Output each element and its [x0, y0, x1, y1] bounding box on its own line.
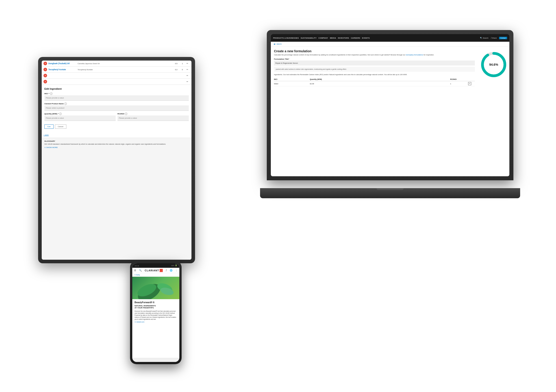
rci-col: RCI/NOI i: [117, 113, 189, 123]
phone: ▲▲▲ WiFi 🔋 ☰ 🔍 CLARIANT: [130, 261, 182, 364]
phone-status-icons-right: WiFi 🔋: [171, 265, 177, 267]
rci-label: RCI/NOI i: [117, 113, 189, 115]
hamburger-icon[interactable]: ☰: [134, 269, 136, 272]
laptop-nav-sustainability[interactable]: SUSTAINABILITY: [301, 37, 317, 39]
tablet-content: ✕ Dongbaek (Tsubaki) Oil Camellia Japoni…: [42, 61, 192, 260]
leaves-svg: [136, 277, 176, 299]
laptop-nav-investors[interactable]: INVESTORS: [338, 37, 349, 39]
qty-input[interactable]: [44, 116, 116, 121]
row-inci-1: Camellia Japonica Seed Oil: [77, 63, 173, 65]
inci-input[interactable]: [44, 95, 189, 101]
table-row: Water 82.99 1 ✏: [274, 81, 475, 86]
qty-col: Quantity (W/W)* i: [44, 113, 116, 123]
laptop-nav-contact[interactable]: Contact: [499, 37, 507, 39]
add-ingredient-link[interactable]: + ADD: [44, 134, 49, 136]
laptop-nav-menu: PRODUCTS & BUSINESSES SUSTAINABILITY COM…: [273, 37, 480, 39]
wifi-icon: WiFi: [171, 265, 174, 267]
formulation-title-label: Formulation Title*: [274, 58, 475, 60]
qty-info-icon[interactable]: i: [59, 113, 62, 115]
laptop-nav-products[interactable]: PRODUCTS & BUSINESSES: [273, 37, 299, 39]
formulation-title-input[interactable]: [274, 61, 475, 65]
more-icon[interactable]: ⋮: [175, 269, 178, 272]
tablet-screen: ✕ Dongbaek (Tsubaki) Oil Camellia Japoni…: [42, 61, 192, 260]
edit-ingredient-form: Edit Ingredient INCI* i Clariant Product…: [42, 85, 192, 131]
col-qty: Quantity (W/W): [310, 78, 450, 80]
row-rci-1: 1: [180, 63, 185, 65]
clariant-logo-square: [160, 269, 163, 272]
laptop-table-header: INCI Quantity (W/W) RCI/NOI: [274, 78, 475, 81]
laptop-intro-p1: Calculate the percentage natural content…: [274, 54, 367, 56]
phone-product-subtitle: NATURAL INGREDIENTSAT YOUR FINGERTIPS: [134, 305, 177, 309]
rci-info-icon[interactable]: i: [125, 113, 127, 115]
inci-label: INCI* i: [44, 92, 189, 95]
desc-text: packed with select actives to deliver sk…: [276, 68, 347, 70]
phone-desc: Discover the new BeautyForward® tool tha…: [134, 310, 177, 320]
phone-status-icons-left: ▲▲▲: [134, 265, 139, 267]
phone-hero-image: [132, 277, 179, 299]
page-title: Create a new formulation: [274, 49, 475, 53]
laptop-nav-company[interactable]: COMPANY: [318, 37, 328, 39]
share-label: Share: [492, 37, 497, 39]
row-rci: 1: [450, 83, 468, 85]
laptop-nav-careers[interactable]: CAREERS: [351, 37, 360, 39]
form-label-text: Formulation Title: [274, 58, 289, 60]
laptop: PRODUCTS & BUSINESSES SUSTAINABILITY COM…: [267, 30, 513, 198]
rci-input[interactable]: [117, 116, 189, 121]
ingredients-text: ingredients. Our tool estimates the Rene…: [274, 74, 407, 76]
inci-label-text: INCI: [44, 93, 48, 95]
tablet-screen-bezel: ✕ Dongbaek (Tsubaki) Oil Camellia Japoni…: [42, 61, 192, 260]
donut-value: 94.6%: [489, 63, 498, 66]
laptop-nav-share[interactable]: ⤴ Share: [491, 37, 497, 39]
laptop-back-link[interactable]: ◀ < BACK: [271, 42, 509, 47]
remove-icon-2[interactable]: ✕: [44, 68, 47, 71]
row-edit-icon[interactable]: ✏: [468, 82, 471, 85]
product-info-icon[interactable]: i: [64, 102, 67, 105]
phone-screen-bezel: ▲▲▲ WiFi 🔋 ☰ 🔍 CLARIANT: [132, 263, 179, 362]
remove-icon-1[interactable]: ✕: [44, 62, 47, 65]
tablet-row-1: ✕ Dongbaek (Tsubaki) Oil Camellia Japoni…: [42, 61, 192, 67]
product-label-text: Clariant Product Name: [44, 103, 64, 105]
cancel-button-1[interactable]: Can: [44, 125, 54, 129]
product-label: Clariant Product Name i: [44, 102, 189, 105]
laptop-intro-p3: for inspiration.: [424, 54, 434, 56]
battery-icon: 🔋: [175, 265, 177, 267]
back-label: < BACK: [275, 43, 282, 45]
phone-back-link[interactable]: < Clarity: [132, 273, 179, 277]
laptop-nav-right: 🔍 Search ⤴ Share Contact: [480, 37, 507, 39]
search-phone-icon[interactable]: 🔍: [139, 269, 142, 272]
edit-icon-1[interactable]: ✏: [185, 62, 190, 65]
phone-back-label: < Clarity: [134, 274, 140, 276]
cancel-button-2[interactable]: Cancel: [55, 125, 66, 129]
row-name-2: Tocopheryl Acetate: [48, 68, 77, 71]
share-phone-icon[interactable]: ⤴: [166, 269, 167, 272]
product-input[interactable]: [44, 105, 189, 111]
tablet: ✕ Dongbaek (Tsubaki) Oil Camellia Japoni…: [38, 57, 195, 263]
chevron-left-icon: ◀: [273, 43, 275, 45]
edit-icon-3[interactable]: ✏: [185, 74, 190, 77]
glossary-title: GLOSSARY: [44, 140, 189, 142]
phone-screen: ▲▲▲ WiFi 🔋 ☰ 🔍 CLARIANT: [132, 263, 179, 362]
globe-icon[interactable]: 🌐: [170, 269, 172, 272]
remove-icon-3[interactable]: ✕: [44, 74, 47, 77]
qty-label: Quantity (W/W)* i: [44, 113, 116, 115]
inci-info-icon[interactable]: i: [50, 92, 53, 95]
row-inci: Water: [274, 83, 310, 85]
phone-status-bar: ▲▲▲ WiFi 🔋: [132, 263, 179, 268]
glossary-show-more[interactable]: ∨ SHOW MORE: [44, 146, 189, 149]
laptop-left-panel: Create a new formulation Calculate the p…: [271, 47, 478, 89]
edit-form-buttons: Can Cancel: [44, 125, 189, 129]
laptop-base: [260, 188, 520, 198]
laptop-nav-media[interactable]: MEDIA: [330, 37, 336, 39]
phone-bottom-bar: [132, 358, 179, 362]
edit-icon-2[interactable]: ✏: [185, 68, 190, 71]
search-label: Search: [483, 37, 488, 39]
row-rci-2: 0: [180, 69, 185, 71]
phone-url[interactable]: ⓘ clariant.com: [134, 321, 177, 323]
row-qty-1: 0.5: [173, 63, 180, 65]
laptop-intro-link[interactable]: exemplary formulations: [406, 54, 423, 56]
laptop-nav-events[interactable]: EVENTS: [362, 37, 370, 39]
remove-icon-4[interactable]: ✕: [44, 80, 47, 83]
laptop-intro-text: Calculate the percentage natural content…: [274, 54, 475, 56]
laptop-nav-search[interactable]: 🔍 Search: [480, 37, 488, 39]
edit-icon-4[interactable]: ✏: [185, 80, 190, 83]
